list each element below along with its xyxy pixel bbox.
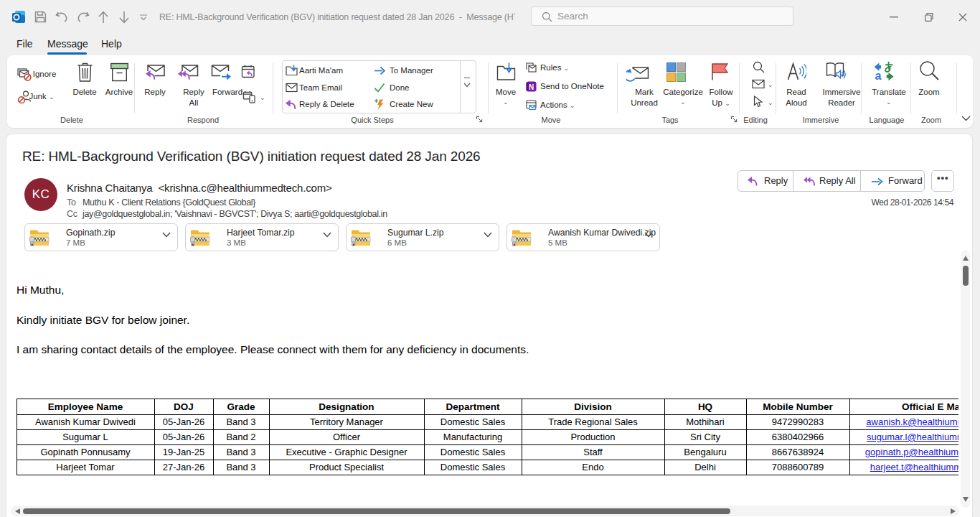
svg-text:N: N (529, 83, 534, 91)
svg-text:a: a (875, 70, 882, 82)
